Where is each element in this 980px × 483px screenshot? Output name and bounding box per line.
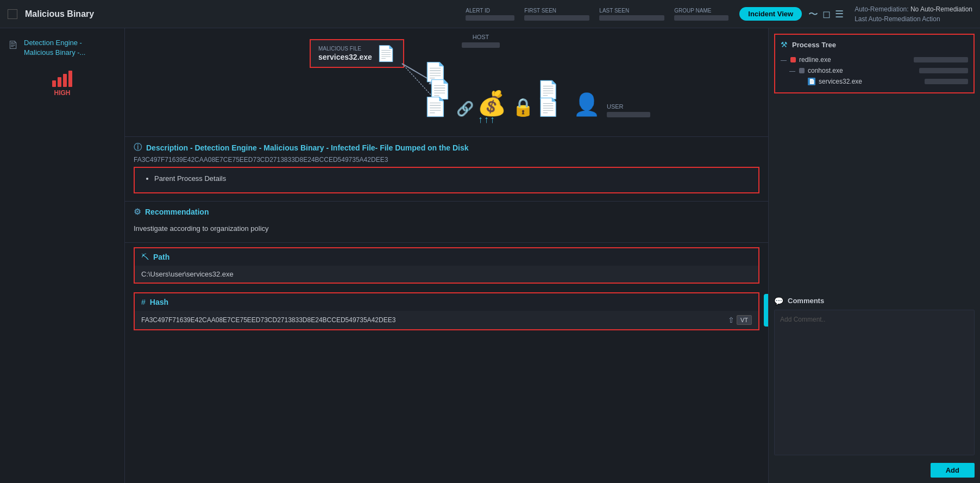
- group-name-label: GROUP NAME: [674, 8, 728, 14]
- last-seen-label: LAST SEEN: [599, 8, 664, 14]
- severity-bars-icon: [52, 71, 72, 87]
- malicious-file-info: MALICIOUS FILE services32.exe: [318, 46, 372, 61]
- rec-icon: ⚙: [134, 207, 141, 217]
- add-comment-button[interactable]: Add: [931, 463, 975, 478]
- auto-rem-value: No Auto-Remediation: [910, 5, 972, 13]
- hash-actions: ⇧ VT: [728, 315, 752, 325]
- user-label: USER: [607, 103, 650, 110]
- auto-remediation-block: Auto-Remediation: No Auto-Remediation La…: [855, 5, 972, 23]
- alert-id-block: ALERT ID: [466, 8, 514, 21]
- tree-name-services32: services32.exe: [819, 78, 862, 85]
- severity-bar-1: [52, 80, 56, 87]
- money-bag-icon: 💰: [477, 89, 507, 117]
- path-label: Path: [153, 253, 169, 261]
- tree-val-conhost: [919, 68, 968, 73]
- comments-title: Comments: [788, 297, 824, 305]
- process-details-box: Parent Process Details: [134, 167, 759, 193]
- file-document-icon: 📄: [376, 45, 395, 62]
- hash-header: # Hash: [135, 293, 758, 311]
- host-label: HOST: [473, 34, 489, 40]
- severity-bar-4: [68, 71, 72, 87]
- waveform-icon[interactable]: 〜: [808, 8, 818, 21]
- malicious-file-box: MALICIOUS FILE services32.exe 📄: [310, 39, 404, 68]
- first-seen-label: FIRST SEEN: [524, 8, 589, 14]
- tree-expand-services32: [798, 78, 805, 85]
- top-icons: 〜 ◻ ☰: [808, 8, 844, 21]
- docs-stack: 📄 📄 📄: [424, 61, 451, 117]
- tree-dot-conhost: [799, 68, 805, 73]
- tree-item-conhost[interactable]: — conhost.exe: [789, 65, 968, 76]
- center-area: MALICIOUS FILE services32.exe 📄: [125, 28, 768, 483]
- tree-expand-redline: —: [781, 57, 787, 63]
- tree-val-redline: [914, 57, 968, 62]
- process-tree-header: ⚒ Process Tree: [781, 40, 968, 49]
- hash-section: # Hash FA3C497F71639E42CAA08E7CE75EED73C…: [134, 292, 759, 330]
- recommendation-section: ⚙ Recommendation Investigate according t…: [125, 202, 768, 243]
- host-block: HOST: [462, 34, 500, 48]
- severity-bar-3: [63, 74, 67, 87]
- tree-dot-redline: [790, 57, 796, 62]
- hash-icon: #: [141, 298, 146, 306]
- process-details-header: Parent Process Details: [154, 174, 750, 183]
- alert-id-label: ALERT ID: [466, 8, 514, 14]
- user-person-icon: 👤: [573, 92, 600, 117]
- copy-hash-icon[interactable]: ⇧: [728, 316, 734, 324]
- path-gear-icon: ⛏: [141, 253, 149, 261]
- top-bar: Malicious Binary ALERT ID FIRST SEEN LAS…: [0, 0, 980, 28]
- select-checkbox[interactable]: [8, 9, 17, 19]
- malicious-file-name: services32.exe: [318, 53, 372, 61]
- tree-name-conhost: conhost.exe: [808, 67, 843, 74]
- malicious-file-label: MALICIOUS FILE: [318, 46, 372, 52]
- doc-stack-icon-3: 📄: [424, 96, 451, 117]
- last-seen-block: LAST SEEN: [599, 8, 664, 21]
- tree-item-redline[interactable]: — redline.exe: [781, 54, 968, 65]
- docs-stack-2: 📄 📄: [537, 79, 559, 117]
- hash-line-top: FA3C497F71639E42CAA08E7CE75EED73CD271383…: [134, 156, 759, 164]
- process-tree-section: ⚒ Process Tree — redline.exe — conhost.e…: [774, 34, 975, 93]
- arrows-up: ↑↑↑: [478, 114, 496, 126]
- path-header: ⛏ Path: [135, 248, 758, 266]
- severity-label: HIGH: [54, 89, 71, 97]
- tree-val-services32: [925, 79, 968, 84]
- user-val-blurred: [607, 112, 650, 117]
- group-name-block: GROUP NAME: [674, 8, 728, 21]
- tree-expand-conhost: —: [789, 67, 796, 74]
- hash-label: Hash: [150, 298, 168, 306]
- comments-section: 💬 Comments Add Comment.. Add: [769, 291, 980, 484]
- path-value: C:\Users\user\services32.exe: [135, 266, 758, 283]
- recommendation-title: ⚙ Recommendation: [134, 207, 759, 217]
- tree-icon-services32: 📄: [808, 78, 815, 85]
- host-value-blurred: [462, 42, 500, 48]
- lock-icon: 🔒: [512, 97, 534, 117]
- mobile-icon[interactable]: ◻: [822, 8, 831, 20]
- sidebar-item-label: Detection Engine - Malicious Binary -...: [24, 38, 85, 58]
- incident-view-button[interactable]: Incident View: [739, 7, 802, 21]
- tree-name-redline: redline.exe: [799, 56, 831, 64]
- process-tree-title: Process Tree: [792, 41, 836, 49]
- chain-group: 📄 📄 📄 🔗 💰 🔒 📄 📄 👤 USER: [424, 61, 650, 117]
- content-area: ⓘ Description - Detection Engine - Malic…: [125, 137, 768, 483]
- last-seen-value: [599, 15, 664, 21]
- info-icon: ⓘ: [134, 142, 142, 153]
- page-title: Malicious Binary: [25, 9, 466, 19]
- hash-text: FA3C497F71639E42CAA08E7CE75EED73CD271383…: [141, 316, 728, 324]
- first-seen-block: FIRST SEEN: [524, 8, 589, 21]
- list-icon[interactable]: ☰: [835, 8, 844, 20]
- tree-item-services32[interactable]: 📄 services32.exe: [798, 76, 968, 87]
- comment-input-area[interactable]: Add Comment..: [774, 310, 975, 456]
- right-panel-spacer: [769, 99, 980, 291]
- description-section: ⓘ Description - Detection Engine - Malic…: [125, 137, 768, 202]
- chain-icon: 🔗: [456, 101, 474, 117]
- viz-area: MALICIOUS FILE services32.exe 📄: [125, 28, 768, 137]
- comments-header: 💬 Comments: [774, 297, 975, 305]
- description-title: ⓘ Description - Detection Engine - Malic…: [134, 142, 759, 153]
- severity-bar-2: [58, 77, 61, 87]
- group-name-value: [674, 15, 728, 21]
- sidebar-item-detection-engine[interactable]: 🖹 Detection Engine - Malicious Binary -.…: [0, 34, 124, 62]
- alert-id-value: [466, 15, 514, 21]
- last-auto-rem-label: Last Auto-Remediation Action: [855, 15, 972, 23]
- main-layout: 🖹 Detection Engine - Malicious Binary -.…: [0, 28, 980, 483]
- path-section: ⛏ Path C:\Users\user\services32.exe: [134, 247, 759, 284]
- user-info-block: USER: [607, 103, 650, 117]
- vt-button[interactable]: VT: [737, 315, 752, 325]
